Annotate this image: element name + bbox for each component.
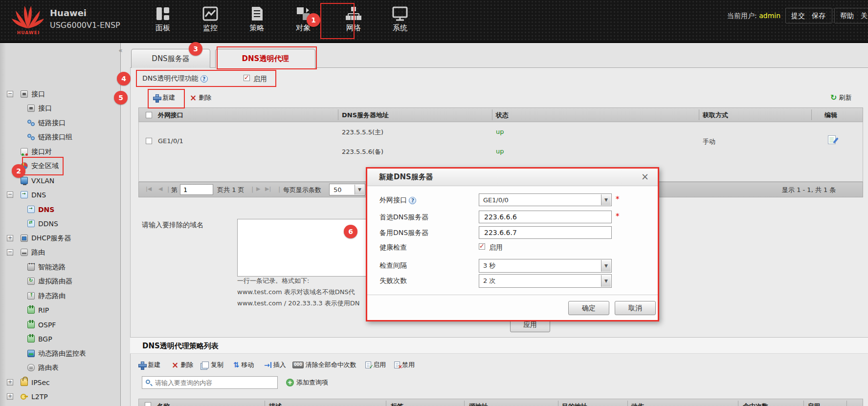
sidebar-item-dynamic-route-monitor[interactable]: 动态路由监控表 [0,346,121,361]
sidebar-item-dns-group[interactable]: − DNS [0,188,121,202]
sidebar-item-link-interface-group[interactable]: 链路接口组 [0,130,121,144]
backup-dns-input[interactable] [479,226,612,239]
tab-dns-transparent-proxy[interactable]: DNS透明代理 [215,49,315,68]
interface-select-value: GE1/0/0 [483,196,509,204]
policy-insert-button[interactable]: → 插入 [264,361,286,369]
help-button[interactable]: 帮助 [840,12,854,21]
collapse-minus-icon[interactable]: − [7,192,13,198]
policy-clear-hits-button[interactable]: 000 清除全部命中次数 [292,361,356,369]
row-checkbox[interactable] [146,138,152,144]
ok-button[interactable]: 确定 [568,301,609,315]
next-page-icon[interactable]: ▶ [256,186,260,192]
ospf-icon [27,321,35,328]
sidebar-item-interface-group[interactable]: − 接口 [0,87,121,101]
nav-system[interactable]: 系统 [381,6,419,33]
sidebar-item-smart-route[interactable]: 智能选路 [0,260,121,274]
commit-button[interactable]: 提交 [791,12,805,21]
cancel-button[interactable]: 取消 [615,301,656,315]
save-button[interactable]: 保存 [812,12,825,21]
expand-plus-icon[interactable]: + [7,393,13,400]
edit-icon[interactable] [828,135,836,144]
refresh-icon: ↻ [830,94,837,101]
policy-copy-button[interactable]: 复制 [202,361,223,369]
route-table-icon [27,364,35,371]
link-interface-group-icon [27,133,35,141]
dns-proxy-feature-row: DNS透明代理功能 ? [142,74,208,83]
policy-select-all-checkbox[interactable] [145,402,151,406]
dialog-title-bar[interactable]: 新建DNS服务器 × [367,169,658,186]
policy-col-action: 动作 [631,402,644,406]
sidebar-item-static-route[interactable]: 静态路由 [0,289,121,303]
sidebar-item-interface[interactable]: 接口 [0,101,121,115]
sidebar-item-l2tp-over-ipsec[interactable]: L2TP over IPSec [0,404,121,406]
primary-dns-field[interactable] [479,211,612,223]
select-all-checkbox[interactable] [146,112,152,118]
separator: | [167,186,169,193]
sidebar-item-label: DNS [38,206,54,214]
question-icon[interactable]: ? [409,197,416,204]
sidebar-item-dhcp-server[interactable]: + DHCP服务器 [0,231,121,245]
sidebar-collapse-button[interactable]: « [116,46,125,56]
collapse-minus-icon[interactable]: − [7,91,13,97]
check-icon: ✓ [244,74,249,81]
policy-disable-button[interactable]: × 禁用 [394,361,415,369]
policy-move-button[interactable]: ⇅ 移动 [233,361,254,369]
nav-monitor[interactable]: 监控 [192,6,229,33]
sidebar-item-ospf[interactable]: OSPF [0,318,121,332]
per-page-select[interactable]: 50 ▼ [329,184,365,195]
first-page-icon[interactable]: |◀ [146,186,152,192]
sidebar-item-ipsec[interactable]: + IPSec [0,375,121,389]
add-query-button[interactable]: + 添加查询项 [286,378,328,387]
check-interval-select[interactable]: 3 秒 ▼ [479,259,612,273]
exclude-help-line1: 一行一条记录。格式如下: [237,277,309,285]
sidebar-item-link-interface[interactable]: 链路接口 [0,116,121,130]
sidebar-item-label: 接口 [31,90,45,99]
question-icon[interactable]: ? [200,75,208,83]
disable-doc-icon: × [394,362,400,368]
sidebar-item-dns[interactable]: DNS [0,202,121,216]
fail-count-select[interactable]: 2 次 ▼ [479,274,612,288]
chevron-down-icon[interactable]: ▼ [601,194,611,205]
search-icon [146,380,150,384]
refresh-button[interactable]: ↻ 刷新 [830,93,851,102]
sidebar-item-rip[interactable]: RIP [0,303,121,317]
sidebar-item-route-group[interactable]: − 路由 [0,245,121,259]
sidebar-item-l2tp[interactable]: + L2TP [0,389,121,404]
policy-search-input[interactable] [155,377,276,388]
primary-dns-input[interactable] [479,211,612,223]
interface-select[interactable]: GE1/0/0 ▼ [479,193,612,206]
nav-dashboard[interactable]: 面板 [144,6,181,33]
delete-button[interactable]: × 删除 [190,93,211,102]
sidebar-item-interface-pair[interactable]: 接口对 [0,145,121,159]
feature-enable-checkbox[interactable]: ✓ [244,75,250,81]
sidebar-item-label: 接口对 [31,148,52,156]
sidebar-item-bgp[interactable]: BGP [0,332,121,346]
collapse-minus-icon[interactable]: − [7,249,13,256]
expand-plus-icon[interactable]: + [7,235,13,241]
close-icon[interactable]: × [641,171,649,182]
nav-policy[interactable]: 策略 [238,6,275,33]
policy-col-source: 源地址 [469,402,488,406]
chevron-down-icon[interactable]: ▼ [355,185,364,194]
chevron-down-icon[interactable]: ▼ [601,275,611,287]
sidebar-item-ddns[interactable]: DDNS [0,216,121,231]
add-circle-icon: + [286,379,294,386]
new-button[interactable]: 新建 [153,93,175,102]
sidebar-item-route-table[interactable]: 路由表 [0,361,121,375]
policy-delete-button[interactable]: × 删除 [172,361,193,369]
policy-enable-button[interactable]: ✓ 启用 [365,361,386,369]
nav-network[interactable]: 网络 [335,6,372,33]
expand-plus-icon[interactable]: + [7,379,13,385]
page-number-input[interactable] [180,184,213,195]
sidebar-item-label: 链路接口 [38,119,66,128]
about-button[interactable]: 关 [861,12,868,21]
prev-page-icon[interactable]: ◀ [158,186,162,192]
sidebar-item-virtual-router[interactable]: 虚拟路由器 [0,274,121,288]
health-check-checkbox[interactable]: ✓ [479,243,485,250]
cell-status-primary: up [496,128,504,135]
chevron-down-icon[interactable]: ▼ [601,260,611,272]
backup-dns-field[interactable] [479,226,612,239]
policy-new-button[interactable]: 新建 [138,361,160,369]
delete-x-icon: × [172,362,178,368]
last-page-icon[interactable]: ▶| [265,186,271,192]
